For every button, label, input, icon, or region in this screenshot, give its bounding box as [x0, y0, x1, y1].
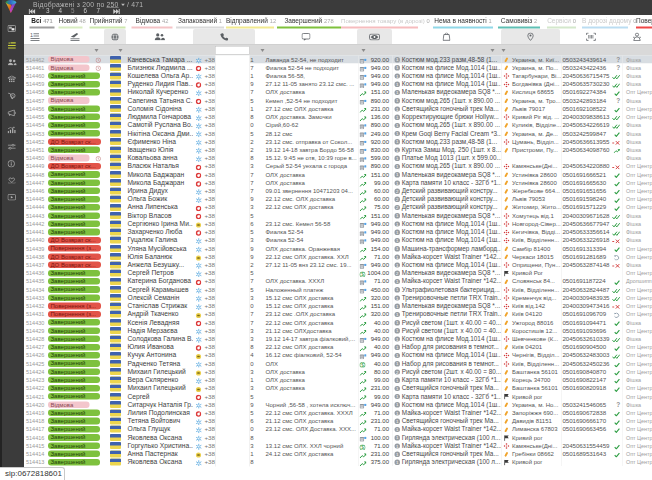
- svg-text:1: 1: [30, 33, 33, 39]
